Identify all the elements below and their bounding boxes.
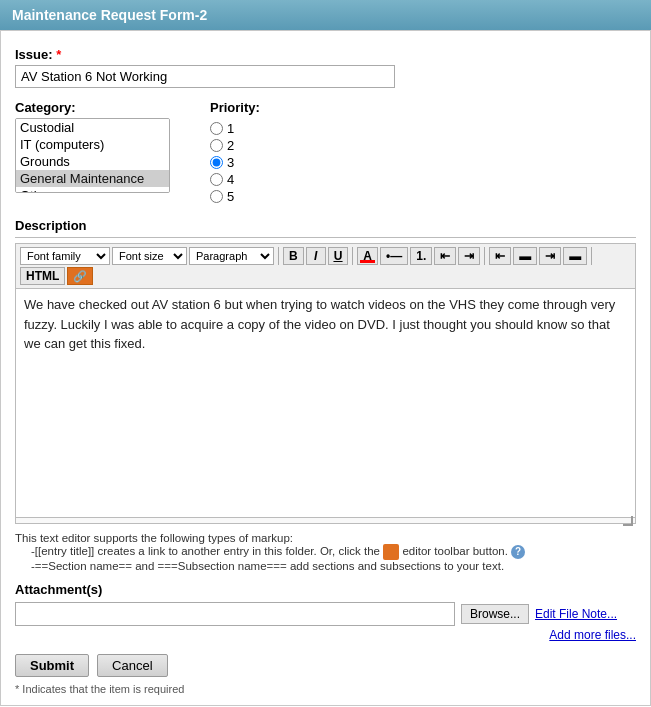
font-color-button[interactable]: A [357,247,378,265]
submit-button[interactable]: Submit [15,654,89,677]
priority-row-3[interactable]: 3 [210,155,260,170]
editor-toolbar: Font family Font size Paragraph B I U A … [15,243,636,288]
title-bar: Maintenance Request Form-2 [0,0,651,30]
priority-row-5[interactable]: 5 [210,189,260,204]
category-option[interactable]: Other [16,187,169,193]
priority-radio-5[interactable] [210,190,223,203]
category-option[interactable]: IT (computers) [16,136,169,153]
attachment-input[interactable] [15,602,455,626]
browse-button[interactable]: Browse... [461,604,529,624]
align-center-button[interactable]: ▬ [513,247,537,265]
priority-label: Priority: [210,100,260,115]
paragraph-select[interactable]: Paragraph [189,247,274,265]
category-label: Category: [15,100,170,115]
underline-button[interactable]: U [328,247,349,265]
html-button[interactable]: HTML [20,267,65,285]
priority-radio-1[interactable] [210,122,223,135]
decrease-indent-button[interactable]: ⇤ [434,247,456,265]
markup-help-intro: This text editor supports the following … [15,532,636,544]
category-option[interactable]: Custodial [16,119,169,136]
cancel-button[interactable]: Cancel [97,654,167,677]
unordered-list-button[interactable]: •— [380,247,408,265]
font-family-select[interactable]: Font family [20,247,110,265]
issue-input[interactable] [15,65,395,88]
category-list[interactable]: Custodial IT (computers) Grounds General… [15,118,170,193]
help-icon[interactable]: ? [511,545,525,559]
editor-resize-handle[interactable] [15,518,636,524]
required-note: * Indicates that the item is required [15,683,636,695]
priority-row-4[interactable]: 4 [210,172,260,187]
increase-indent-button[interactable]: ⇥ [458,247,480,265]
link-button[interactable]: 🔗 [67,267,93,285]
priority-radio-4[interactable] [210,173,223,186]
align-left-button[interactable]: ⇤ [489,247,511,265]
priority-row-2[interactable]: 2 [210,138,260,153]
attachment-label: Attachment(s) [15,582,636,597]
markup-help: This text editor supports the following … [15,532,636,572]
toolbar-separator-3 [484,247,485,265]
toolbar-separator-1 [278,247,279,265]
resize-icon [623,516,633,526]
ordered-list-button[interactable]: 1. [410,247,432,265]
markup-help-line2: -==Section name== and ===Subsection name… [31,560,636,572]
link-icon [383,544,399,560]
font-size-select[interactable]: Font size [112,247,187,265]
form-title: Maintenance Request Form-2 [12,7,207,23]
priority-radio-2[interactable] [210,139,223,152]
attachment-row: Browse... Edit File Note... [15,602,636,626]
toolbar-separator-2 [352,247,353,265]
category-option[interactable]: Grounds [16,153,169,170]
issue-required-marker: * [56,47,61,62]
priority-radio-3[interactable] [210,156,223,169]
category-option[interactable]: General Maintenance [16,170,169,187]
toolbar-separator-4 [591,247,592,265]
align-justify-button[interactable]: ▬ [563,247,587,265]
description-editor[interactable]: We have checked out AV station 6 but whe… [15,288,636,518]
add-more-files-link[interactable]: Add more files... [15,628,636,642]
bold-button[interactable]: B [283,247,304,265]
edit-file-note-link[interactable]: Edit File Note... [535,607,617,621]
issue-label: Issue: * [15,47,636,62]
priority-row-1[interactable]: 1 [210,121,260,136]
attachment-section: Attachment(s) Browse... Edit File Note..… [15,582,636,642]
form-buttons: Submit Cancel [15,654,636,677]
align-right-button[interactable]: ⇥ [539,247,561,265]
description-label: Description [15,218,636,238]
italic-button[interactable]: I [306,247,326,265]
markup-help-line1: -[[entry title]] creates a link to anoth… [31,544,636,560]
